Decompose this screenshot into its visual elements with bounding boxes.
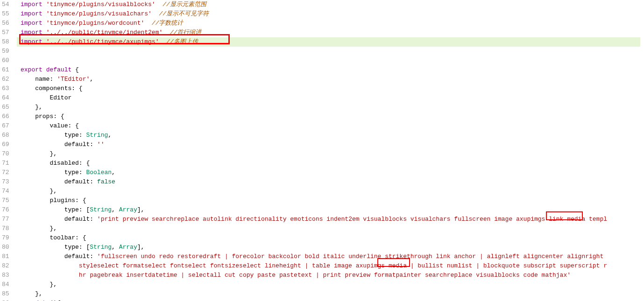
code-line[interactable]: components: {: [21, 84, 644, 93]
line-number: 61: [2, 65, 13, 75]
line-number: 62: [2, 75, 13, 84]
line-number: 80: [2, 243, 13, 252]
code-line[interactable]: default: 'fullscreen undo redo restoredr…: [21, 252, 644, 261]
code-line[interactable]: type: [String, Array],: [21, 205, 644, 215]
code-line[interactable]: [21, 47, 644, 56]
line-number: 69: [2, 140, 13, 149]
line-number: 60: [2, 56, 13, 65]
code-line[interactable]: },: [21, 149, 644, 159]
line-number: 82: [2, 261, 13, 271]
code-line[interactable]: styleselect formatselect fontselect font…: [21, 261, 644, 271]
code-line[interactable]: type: String,: [21, 131, 644, 140]
line-number: 64: [2, 93, 13, 103]
code-line[interactable]: props: {: [21, 112, 644, 121]
line-number: 73: [2, 177, 13, 187]
code-line[interactable]: },: [21, 187, 644, 196]
line-number: 84: [2, 280, 13, 289]
code-line[interactable]: default: false: [21, 177, 644, 187]
code-line[interactable]: type: Boolean,: [21, 168, 644, 177]
line-number: 56: [2, 19, 13, 28]
code-line[interactable]: toolbar: {: [21, 233, 644, 243]
line-number: 67: [2, 121, 13, 131]
line-number: 71: [2, 159, 13, 168]
line-number: 65: [2, 103, 13, 112]
line-number: 58: [2, 37, 13, 47]
code-line[interactable]: plugins: {: [21, 196, 644, 205]
code-line[interactable]: [21, 56, 644, 65]
line-number: 68: [2, 131, 13, 140]
code-line[interactable]: import '../../public/tinymce/indent2em' …: [21, 28, 644, 37]
line-number: 79: [2, 233, 13, 243]
code-line[interactable]: name: 'TEditor',: [21, 75, 644, 84]
code-content-area[interactable]: import 'tinymce/plugins/visualblocks' //…: [17, 0, 644, 301]
code-line[interactable]: },: [21, 103, 644, 112]
code-line[interactable]: disabled: {: [21, 159, 644, 168]
code-line[interactable]: default: 'print preview searchreplace au…: [21, 215, 644, 224]
line-number: 85: [2, 289, 13, 299]
line-number: 75: [2, 196, 13, 205]
line-number: 72: [2, 168, 13, 177]
line-number: 78: [2, 224, 13, 233]
line-number: 66: [2, 112, 13, 121]
line-number: 76: [2, 205, 13, 215]
code-line[interactable]: value: {: [21, 121, 644, 131]
code-line[interactable]: },: [21, 280, 644, 289]
line-number: 77: [2, 215, 13, 224]
code-line[interactable]: Editor: [21, 93, 644, 103]
code-line[interactable]: hr pagebreak insertdatetime | selectall …: [21, 271, 644, 280]
code-line[interactable]: type: [String, Array],: [21, 243, 644, 252]
line-number-gutter: 5455565758596061626364656667686970717273…: [0, 0, 17, 301]
line-number: 70: [2, 149, 13, 159]
line-number: 81: [2, 252, 13, 261]
code-line[interactable]: import '../../public/tinymce/axupimgs' /…: [17, 37, 640, 47]
code-line[interactable]: },: [21, 289, 644, 299]
code-line[interactable]: data(){: [21, 299, 644, 301]
code-line[interactable]: import 'tinymce/plugins/visualchars' //显…: [21, 9, 644, 19]
code-line[interactable]: import 'tinymce/plugins/wordcount' //字数统…: [21, 19, 644, 28]
line-number: 55: [2, 9, 13, 19]
code-line[interactable]: export default {: [21, 65, 644, 75]
line-number: 57: [2, 28, 13, 37]
code-line[interactable]: default: '': [21, 140, 644, 149]
line-number: 59: [2, 47, 13, 56]
line-number: 63: [2, 84, 13, 93]
line-number: 83: [2, 271, 13, 280]
code-line[interactable]: import 'tinymce/plugins/visualblocks' //…: [21, 0, 644, 9]
line-number: 86: [2, 299, 13, 301]
line-number: 74: [2, 187, 13, 196]
code-editor[interactable]: 5455565758596061626364656667686970717273…: [0, 0, 644, 301]
code-line[interactable]: },: [21, 224, 644, 233]
line-number: 54: [2, 0, 13, 9]
